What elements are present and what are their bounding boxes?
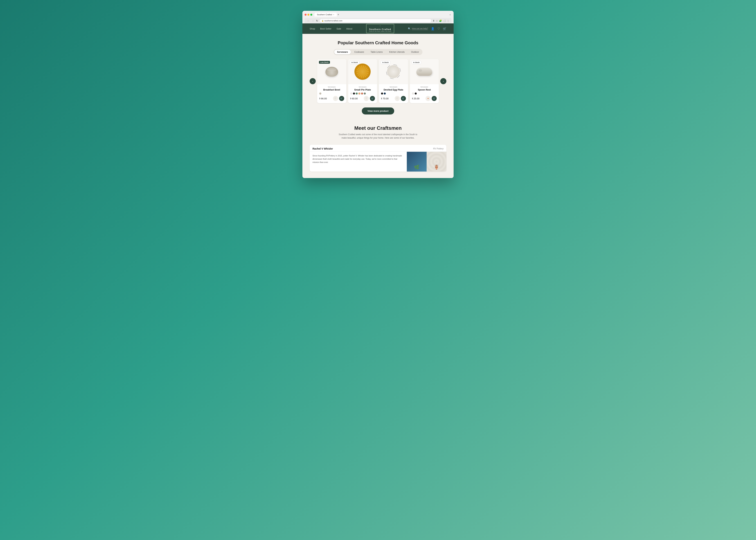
spoon-rest-image <box>416 68 432 76</box>
add-to-cart-button-3[interactable]: 🛒 <box>432 96 437 101</box>
nav-best-seller[interactable]: Best Seller <box>320 27 331 30</box>
product-category-3: Serveware <box>412 86 437 88</box>
tab-view-icon[interactable]: ⬜ <box>443 19 446 22</box>
nav-sale[interactable]: Sale <box>336 27 341 30</box>
add-to-cart-button-2[interactable]: 🛒 <box>401 96 406 101</box>
nav-shop[interactable]: Shop <box>310 27 315 30</box>
product-name-3: Spoon Rest <box>412 88 437 91</box>
address-bar: ← → ↻ 🔒 southerncrafted.com ⬆ ☆ 🧩 ⬜ ⋮ <box>305 18 451 23</box>
color-swatch[interactable] <box>358 92 360 94</box>
tab-serveware[interactable]: Serveware <box>334 50 351 54</box>
color-swatch[interactable] <box>350 92 352 94</box>
craftsman-bio: Since founding RVPottery in 2015, potter… <box>310 152 407 172</box>
add-to-cart-button-1[interactable]: 🛒 <box>370 96 375 101</box>
price-value-2: 70.00 <box>383 97 389 100</box>
product-actions-2: ♡ 🛒 <box>395 96 406 101</box>
color-swatch[interactable] <box>361 92 363 94</box>
color-swatch[interactable] <box>356 92 358 94</box>
logo-bird-icon: ⌒ <box>369 25 391 28</box>
craftsmen-section-description: Southern Crafted seeks out some of the m… <box>338 133 418 140</box>
site-navigation: Shop Best Seller Sale About ⌒ Southern C… <box>303 23 453 34</box>
view-more-button[interactable]: View more product <box>362 107 394 114</box>
carousel-prev-button[interactable]: ‹ <box>310 78 316 84</box>
product-footer-2: $ 70.00 ♡ 🛒 <box>381 96 406 101</box>
extensions-icon[interactable]: 🧩 <box>439 19 442 22</box>
product-image-wrap-1: In Stock <box>348 59 377 84</box>
new-tab-button[interactable]: + <box>337 13 339 16</box>
product-actions-0: ♡ 🛒 <box>333 96 344 101</box>
product-price-1: $ 60.00 <box>350 97 358 100</box>
craftsman-card-header: Rachel V Whisler RV Pottery <box>310 145 446 152</box>
tab-close-button[interactable]: × <box>333 14 334 16</box>
browser-actions: ⬆ ☆ 🧩 ⬜ ⋮ <box>433 19 449 22</box>
maximize-window-button[interactable] <box>310 14 312 16</box>
product-category-0: Serveware <box>319 86 344 88</box>
color-swatch[interactable] <box>381 92 383 94</box>
product-info-2: Serveware Deviled Egg Plate $ 70.00 <box>379 84 408 103</box>
tab-outdoor[interactable]: Outdoor <box>408 50 422 54</box>
traffic-lights <box>305 14 312 16</box>
color-swatch[interactable] <box>412 92 414 94</box>
logo-title: Southern Crafted <box>369 28 391 31</box>
wishlist-button-2[interactable]: ♡ <box>395 96 400 101</box>
craftsman-card: Rachel V Whisler RV Pottery Since foundi… <box>310 145 446 172</box>
nav-links: Shop Best Seller Sale About <box>310 27 352 30</box>
tab-title: Southern Crafted <box>317 14 332 16</box>
close-window-button[interactable] <box>305 14 307 16</box>
bookmark-icon[interactable]: ☆ <box>436 19 438 22</box>
product-category-1: Serveware <box>350 86 375 88</box>
nav-about[interactable]: About <box>346 27 352 30</box>
egg-plate-image <box>387 65 400 78</box>
minimize-window-button[interactable] <box>308 14 310 16</box>
craftsmen-section: Meet our Craftsmen Southern Crafted seek… <box>303 125 453 178</box>
color-swatch[interactable] <box>364 92 366 94</box>
search-bar[interactable]: 🔍 How can we help? <box>408 27 428 30</box>
carousel-next-button[interactable]: › <box>440 78 446 84</box>
wishlist-button-1[interactable]: ♡ <box>364 96 369 101</box>
product-name-0: Breakfast Bowl <box>319 88 344 91</box>
refresh-button[interactable]: ↻ <box>316 19 318 22</box>
browser-top-bar: Southern Crafted × + ∨ <box>305 13 451 17</box>
site-logo[interactable]: ⌒ Southern Crafted Goods for the Home, M… <box>366 24 394 34</box>
product-footer-0: $ 66.00 ♡ 🛒 <box>319 96 344 101</box>
product-price-0: $ 66.00 <box>319 97 327 100</box>
stock-badge-1: In Stock <box>350 61 359 64</box>
browser-window: Southern Crafted × + ∨ ← → ↻ 🔒 southernc… <box>303 11 453 178</box>
account-icon[interactable]: 👤 <box>431 27 435 30</box>
wishlist-button-0[interactable]: ♡ <box>333 96 338 101</box>
share-icon[interactable]: ⬆ <box>433 19 435 22</box>
search-placeholder: How can we help? <box>412 27 428 30</box>
wishlist-icon[interactable]: ♡ <box>438 27 440 30</box>
lock-icon: 🔒 <box>322 20 323 22</box>
color-swatch[interactable] <box>353 92 355 94</box>
add-to-cart-button-0[interactable]: 🛒 <box>339 96 344 101</box>
product-image-wrap-0: Low Stock <box>317 59 346 84</box>
product-info-1: Serveware Small Pie Plate <box>348 84 377 103</box>
back-button[interactable]: ← <box>307 19 310 22</box>
product-info-0: Serveware Breakfast Bowl $ 66.00 <box>317 84 346 103</box>
tab-kitchen-utensils[interactable]: Kitchen Utensils <box>386 50 408 54</box>
product-price-2: $ 70.00 <box>381 97 389 100</box>
craftsman-brand: RV Pottery <box>433 147 443 150</box>
breakfast-bowl-image <box>325 67 338 77</box>
cart-icon[interactable]: 🛒 <box>443 27 446 30</box>
color-swatch[interactable] <box>415 92 417 94</box>
forward-button[interactable]: → <box>311 19 314 22</box>
craftsman-image-right <box>427 152 446 172</box>
product-colors-3 <box>412 92 437 94</box>
product-card-pie-plate: In Stock Serveware Small Pie Plate <box>348 59 377 103</box>
wishlist-button-3[interactable]: ♥ <box>426 96 431 101</box>
product-price-3: $ 25.00 <box>412 97 420 100</box>
product-card-spoon-rest: In Stock Serveware Spoon Rest <box>410 59 439 103</box>
color-swatch[interactable] <box>319 92 321 94</box>
craftsman-name: Rachel V Whisler <box>313 147 333 150</box>
color-swatch[interactable] <box>384 92 386 94</box>
products-grid: Low Stock Serveware Breakfast Bowl <box>317 59 439 103</box>
menu-icon[interactable]: ⋮ <box>447 19 449 22</box>
product-footer-3: $ 25.00 ♥ 🛒 <box>412 96 437 101</box>
tab-table-linens[interactable]: Table Linens <box>368 50 386 54</box>
browser-tab[interactable]: Southern Crafted × <box>315 13 337 17</box>
url-field[interactable]: 🔒 southerncrafted.com <box>320 19 431 22</box>
product-footer-1: $ 60.00 ♡ 🛒 <box>350 96 375 101</box>
tab-cookware[interactable]: Cookware <box>351 50 367 54</box>
